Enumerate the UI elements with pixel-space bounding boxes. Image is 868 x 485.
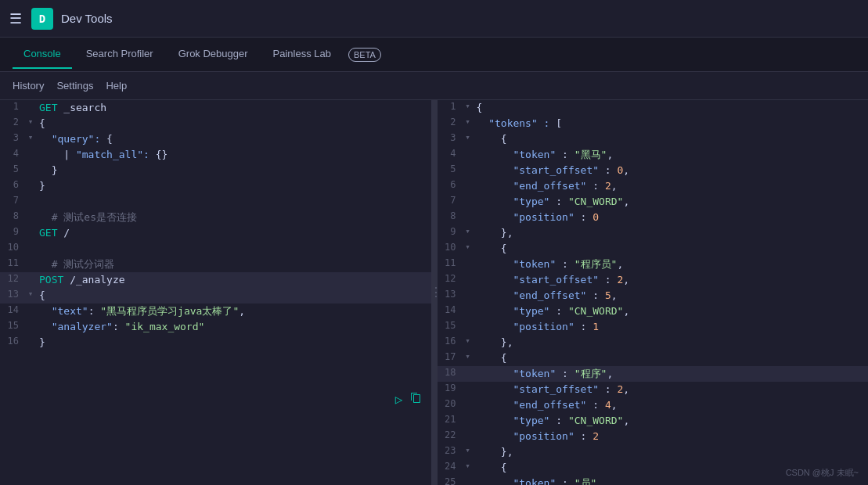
line-number: 23: [438, 444, 463, 456]
code-line: 23▾ },: [438, 444, 869, 460]
fold-icon[interactable]: ▾: [463, 131, 474, 142]
left-code-editor[interactable]: 1 GET _search2▾{3▾ "query": {4 | "match_…: [0, 100, 431, 485]
line-content: "analyzer": "ik_max_word": [36, 319, 431, 335]
line-number: 14: [0, 304, 25, 315]
top-bar: ☰ D Dev Tools: [0, 0, 868, 38]
line-number: 11: [438, 257, 463, 268]
code-line: 21 "type" : "CN_WORD",: [438, 413, 869, 429]
line-content: }: [36, 163, 431, 178]
code-line: 5 "start_offset" : 0,: [438, 163, 869, 178]
line-number: 13: [438, 288, 463, 300]
fold-icon[interactable]: ▾: [463, 350, 474, 361]
code-line: 2▾{: [0, 116, 431, 131]
fold-icon[interactable]: ▾: [463, 241, 474, 252]
fold-icon: [463, 194, 474, 195]
line-content: "token" : "黑马",: [474, 147, 869, 163]
action-icons: ▷: [395, 391, 422, 407]
line-content: {: [36, 288, 431, 304]
fold-icon: [25, 335, 36, 336]
code-line: 14 "text": "黑马程序员学习java太棒了",: [0, 304, 431, 319]
line-content: POST /_analyze: [36, 272, 431, 288]
line-number: 4: [0, 147, 25, 159]
tab-grok-debugger[interactable]: Grok Debugger: [167, 40, 259, 69]
fold-icon: [25, 100, 36, 101]
code-line: 19 "start_offset" : 2,: [438, 382, 869, 397]
fold-icon: [25, 225, 36, 226]
code-line: 1▾{: [438, 100, 869, 116]
line-content: "end_offset" : 5,: [474, 288, 869, 304]
fold-icon: [463, 476, 474, 476]
code-line: 4 "token" : "黑马",: [438, 147, 869, 163]
line-content: "query": {: [36, 131, 431, 147]
code-line: 17▾ {: [438, 350, 869, 366]
code-line: 13▾{: [0, 288, 431, 304]
line-number: 19: [438, 382, 463, 393]
code-line: 8 "position" : 0: [438, 210, 869, 225]
menu-help[interactable]: Help: [106, 80, 127, 92]
line-content: {: [474, 131, 869, 147]
run-icon[interactable]: ▷: [395, 392, 403, 407]
code-line: 7: [0, 194, 431, 210]
line-number: 6: [0, 178, 25, 190]
line-number: 18: [438, 366, 463, 378]
line-number: 15: [438, 319, 463, 331]
code-line: 3▾ "query": {: [0, 131, 431, 147]
line-content: "start_offset" : 2,: [474, 382, 869, 397]
fold-icon[interactable]: ▾: [463, 444, 474, 455]
line-number: 12: [0, 272, 25, 284]
code-line: 11 "token" : "程序员",: [438, 257, 869, 272]
line-content: | "match_all": {}: [36, 147, 431, 163]
fold-icon[interactable]: ▾: [25, 288, 36, 299]
tab-search-profiler[interactable]: Search Profiler: [75, 40, 164, 69]
line-number: 10: [0, 241, 25, 253]
fold-icon[interactable]: ▾: [463, 460, 474, 471]
right-code-editor[interactable]: 1▾{2▾ "tokens" : [3▾ {4 "token" : "黑马",5…: [438, 100, 869, 485]
fold-icon[interactable]: ▾: [463, 335, 474, 346]
line-number: 2: [438, 116, 463, 128]
line-number: 14: [438, 304, 463, 315]
line-number: 9: [0, 225, 25, 237]
fold-icon: [463, 304, 474, 304]
beta-badge: BETA: [348, 48, 381, 62]
line-number: 11: [0, 257, 25, 268]
line-number: 3: [0, 131, 25, 143]
tab-painless-lab[interactable]: Painless Lab: [262, 40, 342, 69]
line-content: {: [36, 116, 431, 131]
code-line: 15 "analyzer": "ik_max_word": [0, 319, 431, 335]
fold-icon[interactable]: ▾: [25, 116, 36, 127]
line-number: 3: [438, 131, 463, 143]
tab-console[interactable]: Console: [13, 40, 72, 69]
line-content: GET /: [36, 225, 431, 241]
code-line: 7 "type" : "CN_WORD",: [438, 194, 869, 210]
code-line: 4 | "match_all": {}: [0, 147, 431, 163]
line-content: }: [36, 335, 431, 350]
menu-settings[interactable]: Settings: [56, 80, 93, 92]
line-number: 13: [0, 288, 25, 300]
fold-icon: [463, 319, 474, 320]
fold-icon[interactable]: ▾: [25, 131, 36, 142]
line-content: "position" : 0: [474, 210, 869, 225]
code-line: 5 }: [0, 163, 431, 178]
hamburger-icon[interactable]: ☰: [9, 10, 22, 27]
line-content: },: [474, 444, 869, 460]
line-content: "start_offset" : 0,: [474, 163, 869, 178]
code-line: 6 "end_offset" : 2,: [438, 178, 869, 194]
fold-icon[interactable]: ▾: [463, 100, 474, 111]
code-line: 15 "position" : 1: [438, 319, 869, 335]
fold-icon: [463, 257, 474, 257]
code-line: 6 }: [0, 178, 431, 194]
line-content: "text": "黑马程序员学习java太棒了",: [36, 304, 431, 319]
line-number: 16: [0, 335, 25, 347]
line-content: "start_offset" : 2,: [474, 272, 869, 288]
copy-icon[interactable]: [409, 391, 422, 407]
fold-icon: [463, 178, 474, 179]
line-number: 7: [438, 194, 463, 206]
fold-icon[interactable]: ▾: [463, 225, 474, 236]
fold-icon[interactable]: ▾: [463, 116, 474, 127]
fold-icon: [25, 241, 36, 242]
fold-icon: [25, 257, 36, 257]
line-number: 22: [438, 429, 463, 440]
menu-history[interactable]: History: [13, 80, 44, 92]
line-content: "end_offset" : 4,: [474, 397, 869, 413]
code-line: 16▾ },: [438, 335, 869, 350]
